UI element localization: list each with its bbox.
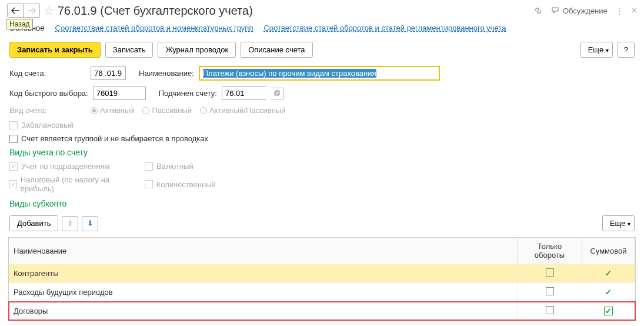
kebab-menu-icon[interactable]: ⋮	[616, 6, 623, 15]
cell-sum[interactable]: ✓	[582, 264, 635, 283]
add-subconto-button[interactable]: Добавить	[9, 215, 58, 231]
tax-checkbox: ✓	[9, 180, 17, 188]
move-down-button[interactable]: ⬇	[82, 216, 98, 231]
check-icon[interactable]: ✓	[605, 288, 612, 297]
offbalance-label: Забалансовый	[21, 121, 74, 129]
back-tooltip: Назад	[6, 19, 33, 29]
turnover-checkbox[interactable]	[546, 268, 554, 277]
cell-name[interactable]: Контрагенты	[9, 264, 518, 283]
col-name[interactable]: Наименование	[9, 238, 518, 264]
table-row[interactable]: Договоры✓	[9, 302, 635, 321]
table-row[interactable]: Контрагенты✓	[9, 264, 635, 283]
quantity-checkbox	[145, 180, 153, 188]
cell-name[interactable]: Договоры	[9, 302, 518, 321]
nav-forward-button[interactable]	[24, 4, 40, 18]
cell-turnover[interactable]	[518, 283, 582, 302]
quick-code-label: Код быстрого выбора:	[9, 89, 88, 98]
close-icon[interactable]: ×	[632, 5, 637, 16]
name-label: Наименование:	[139, 69, 194, 78]
cell-turnover[interactable]	[518, 264, 582, 283]
favorite-star-icon[interactable]: ☆	[44, 4, 54, 18]
account-name-input[interactable]: Платежи (взносы) по прочим видам страхов…	[199, 66, 440, 81]
svg-rect-0	[275, 92, 278, 95]
move-up-button[interactable]: ⬆	[62, 216, 78, 231]
parent-lookup-button[interactable]	[271, 88, 283, 99]
page-title: 76.01.9 (Счет бухгалтерского учета)	[58, 4, 253, 18]
account-type-label: Вид счета:	[9, 106, 86, 115]
tab-link-regulated[interactable]: Соответствие статей оборотов и статей ре…	[263, 24, 506, 32]
cell-sum[interactable]: ✓	[582, 283, 635, 302]
is-group-checkbox[interactable]	[9, 135, 18, 143]
table-row[interactable]: Расходы будущих периодов✓	[9, 283, 635, 302]
check-icon[interactable]: ✓	[605, 269, 612, 278]
journal-button[interactable]: Журнал проводок	[158, 42, 236, 58]
turnover-checkbox[interactable]	[546, 306, 554, 314]
cell-turnover[interactable]	[518, 302, 582, 321]
tax-label: Налоговый (по налогу на прибыль)	[21, 175, 133, 193]
account-code-input[interactable]	[91, 66, 126, 80]
radio-passive: Пассивный	[142, 106, 192, 115]
turnover-checkbox[interactable]	[546, 287, 554, 295]
subconto-header: Виды субконто	[9, 199, 635, 208]
svg-rect-1	[276, 91, 279, 94]
quick-code-input[interactable]	[93, 87, 146, 100]
by-dept-label: Учет по подразделениям	[21, 162, 109, 171]
more-button[interactable]: Еще ▾	[580, 42, 613, 58]
cell-name[interactable]: Расходы будущих периодов	[9, 283, 518, 302]
tab-link-nomenclature[interactable]: Соответствие статей оборотов и номенклат…	[55, 24, 253, 32]
discussion-label: Обсуждение	[563, 6, 608, 15]
accounting-types-header: Виды учета по счету	[9, 148, 635, 157]
currency-checkbox	[145, 162, 153, 171]
check-icon[interactable]: ✓	[604, 307, 613, 315]
currency-label: Валютный	[156, 162, 193, 171]
offbalance-checkbox	[9, 121, 18, 129]
quantity-label: Количественный	[156, 180, 216, 189]
subconto-table[interactable]: Наименование Только обороты Суммовой Кон…	[9, 238, 635, 320]
discussion-link[interactable]: Обсуждение	[551, 6, 608, 15]
link-icon[interactable]	[533, 6, 543, 15]
cell-sum[interactable]: ✓	[582, 302, 635, 321]
help-button[interactable]: ?	[618, 42, 635, 58]
nav-back-button[interactable]	[7, 4, 24, 18]
description-button[interactable]: Описание счета	[241, 42, 312, 58]
by-dept-checkbox: ✓	[9, 162, 18, 171]
save-button[interactable]: Записать	[105, 42, 154, 58]
parent-label: Подчинен счету:	[159, 89, 217, 98]
parent-account-input[interactable]	[222, 87, 266, 100]
code-label: Код счета:	[9, 69, 86, 78]
col-sum[interactable]: Суммовой	[582, 238, 635, 264]
col-turnover[interactable]: Только обороты	[518, 238, 582, 264]
radio-active-passive: Активный/Пассивный	[200, 106, 286, 115]
subconto-more-button[interactable]: Еще ▾	[602, 215, 635, 231]
is-group-label: Счет является группой и не выбирается в …	[21, 134, 208, 143]
save-and-close-button[interactable]: Записать и закрыть	[9, 42, 101, 58]
radio-active: Активный	[91, 106, 134, 115]
